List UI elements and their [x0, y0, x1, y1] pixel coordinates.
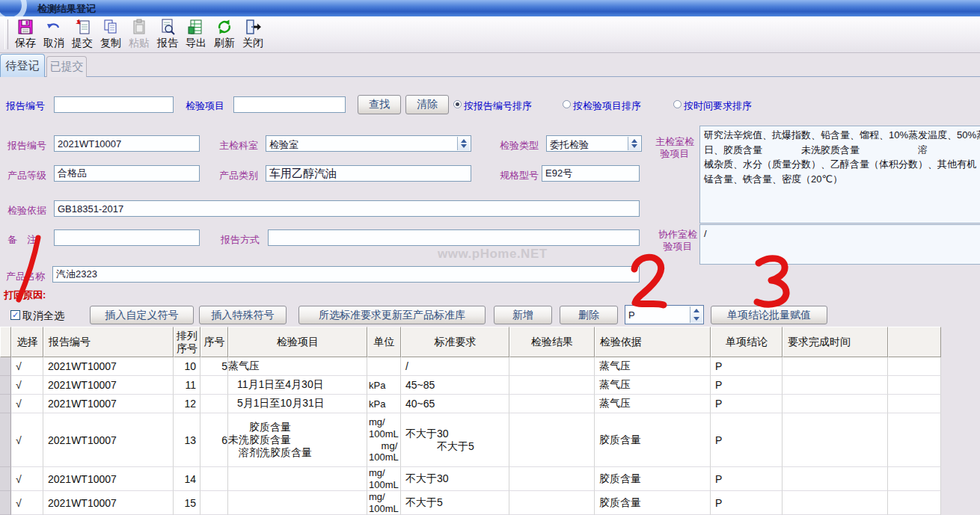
conclusion-combo-value: P [628, 309, 635, 321]
app-window: 检测结果登记 保存 取消 [0, 0, 980, 515]
sort-by-time-radio[interactable] [673, 100, 682, 108]
table-row[interactable]: √ 2021WT10007 10 5 蒸气压 / 蒸气压 P [0, 357, 941, 376]
conclusion-combo[interactable]: P [625, 305, 704, 324]
main-dept-combo[interactable]: 检验室 [266, 135, 471, 152]
product-category-label: 产品类别 [219, 169, 258, 182]
header-std[interactable]: 标准要求 [401, 327, 509, 357]
cell-select[interactable]: √ [11, 376, 43, 395]
remark-field[interactable] [54, 229, 200, 246]
header-item[interactable]: 检验项目 [228, 327, 367, 357]
add-button[interactable]: 新增 [494, 306, 552, 324]
inspect-type-label: 检验类型 [500, 139, 539, 152]
product-grade-field[interactable] [54, 165, 200, 182]
cell-basis: 胶质含量 [595, 413, 711, 467]
close-button[interactable]: 关闭 [239, 16, 267, 52]
header-time[interactable]: 要求完成时间 [783, 327, 888, 357]
cell-basis: 胶质含量 [595, 491, 711, 515]
cell-std: / [401, 357, 509, 376]
main-items-textarea[interactable]: 研究法辛烷值、抗爆指数、铅含量、馏程、10%蒸发温度、50%蒸 日、胶质含量 未… [699, 126, 980, 223]
cell-basis: 蒸气压 [595, 376, 711, 395]
spinner-icon[interactable] [690, 306, 702, 323]
cell-order: 10 [174, 357, 200, 376]
table-header: 选择 报告编号 排列序号 序号 检验项目 单位 标准要求 检验结果 检验依据 单… [0, 327, 941, 357]
table-row[interactable]: √ 2021WT10007 12 5月1日至10月31日 kPa 40~65 蒸… [0, 395, 941, 413]
report-no-field[interactable] [54, 135, 200, 152]
table-row[interactable]: √ 2021WT10007 14 mg/ 100mL 不大于30 胶质含量 P [0, 467, 941, 491]
clear-button[interactable]: 清除 [405, 95, 449, 114]
cell-basis: 蒸气压 [595, 395, 711, 413]
cell-basis: 胶质含量 [595, 467, 711, 491]
cell-conclusion: P [711, 376, 783, 395]
table-row[interactable]: √ 2021WT10007 15 mg/ 100mL 不大于5 胶质含量 P [0, 491, 941, 515]
insert-special-symbol-button[interactable]: 插入特殊符号 [199, 306, 287, 324]
coop-items-label: 协作室检验项目 [657, 229, 699, 253]
header-report-no[interactable]: 报告编号 [43, 327, 174, 357]
cell-seq: 6 [200, 413, 228, 467]
product-name-field[interactable] [52, 266, 640, 283]
report-method-label: 报告方式 [221, 233, 260, 247]
product-category-field[interactable] [266, 165, 471, 182]
cell-select[interactable]: √ [11, 413, 43, 467]
delete-button[interactable]: 删除 [560, 306, 618, 324]
spinner-icon[interactable] [628, 137, 640, 150]
cell-unit: kPa [367, 376, 401, 395]
report-icon [159, 18, 177, 36]
refresh-icon [215, 18, 233, 36]
sort-by-time-label: 按时间要求排序 [684, 99, 752, 113]
coop-items-textarea[interactable]: / [699, 224, 980, 265]
handwritten-mark-3 [757, 259, 786, 304]
cell-select[interactable]: √ [11, 395, 43, 413]
table-row[interactable]: √ 2021WT10007 13 6 胶质含量 未洗胶质含量 溶剂洗胶质含量 m… [0, 413, 941, 467]
inspect-type-combo[interactable]: 委托检验 [546, 135, 642, 152]
save-button[interactable]: 保存 [11, 16, 40, 52]
update-standard-button[interactable]: 所选标准要求更新至产品标准库 [298, 306, 486, 324]
tab-pending[interactable]: 待登记 [0, 54, 45, 77]
report-method-field[interactable] [268, 229, 640, 246]
sort-by-report-no-radio[interactable] [453, 100, 462, 108]
header-order[interactable]: 排列序号 [174, 327, 200, 357]
insert-custom-symbol-button[interactable]: 插入自定义符号 [90, 306, 194, 324]
export-button[interactable]: 导出 [182, 16, 210, 52]
search-report-no-input[interactable] [54, 96, 174, 113]
cell-std: 40~65 [401, 395, 509, 413]
copy-button[interactable]: 复制 [97, 16, 125, 52]
cell-result [509, 357, 595, 376]
search-item-label: 检验项目 [186, 99, 224, 113]
cell-select[interactable]: √ [11, 357, 43, 376]
report-button[interactable]: 报告 [153, 16, 182, 52]
find-button[interactable]: 查找 [358, 95, 401, 114]
toolbar-grip[interactable] [4, 19, 8, 49]
header-seq[interactable]: 序号 [200, 327, 228, 357]
sort-by-item-radio[interactable] [563, 100, 571, 108]
results-table: 选择 报告编号 排列序号 序号 检验项目 单位 标准要求 检验结果 检验依据 单… [0, 327, 941, 515]
close-button-label: 关闭 [242, 36, 263, 49]
spinner-icon[interactable] [457, 137, 470, 150]
cell-seq [200, 395, 228, 413]
cancel-button[interactable]: 取消 [40, 16, 68, 52]
return-reason-label: 打回原因: [4, 289, 46, 302]
cell-select[interactable]: √ [11, 467, 43, 491]
submit-button[interactable]: 提交 [68, 16, 97, 52]
cell-unit: mg/ 100mL [367, 491, 401, 515]
search-item-input[interactable] [233, 96, 346, 113]
header-unit[interactable]: 单位 [367, 327, 401, 357]
header-select[interactable]: 选择 [11, 327, 43, 357]
header-conclusion[interactable]: 单项结论 [711, 327, 783, 357]
cell-select[interactable]: √ [11, 491, 43, 515]
sort-by-report-no-label: 按报告编号排序 [464, 99, 532, 113]
refresh-button-label: 刷新 [214, 36, 235, 49]
cell-order: 14 [174, 467, 200, 491]
refresh-button[interactable]: 刷新 [210, 16, 239, 52]
uncheck-all-checkbox[interactable]: ✓ [10, 310, 20, 320]
inspect-basis-field[interactable] [54, 200, 640, 217]
spec-model-field[interactable] [542, 165, 640, 182]
tab-submitted[interactable]: 已提交 [46, 56, 87, 77]
cell-item [228, 491, 367, 515]
cell-seq [200, 376, 228, 395]
batch-conclusion-button[interactable]: 单项结论批量赋值 [711, 306, 827, 324]
cell-result [509, 376, 595, 395]
header-result[interactable]: 检验结果 [509, 327, 595, 357]
cell-conclusion: P [711, 491, 783, 515]
table-row[interactable]: √ 2021WT10007 11 11月1日至4月30日 kPa 45~85 蒸… [0, 376, 941, 395]
header-basis[interactable]: 检验依据 [595, 327, 711, 357]
